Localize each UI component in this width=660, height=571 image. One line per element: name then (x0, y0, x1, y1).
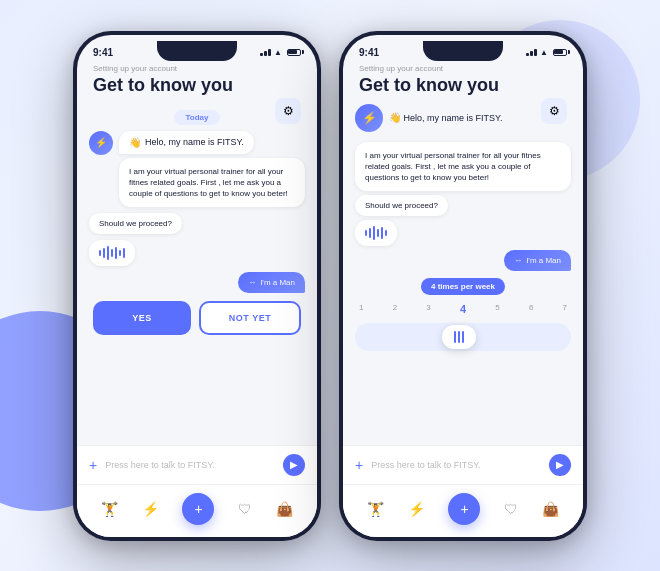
status-icons-1: ▲ (260, 48, 301, 57)
nav-arrows-2[interactable]: ⚡ (408, 501, 425, 517)
wifi-icon-1: ▲ (274, 48, 282, 57)
signal-2 (264, 51, 267, 56)
wave-bar-1 (99, 250, 101, 256)
frequency-section: 4 times per week 1 2 3 4 5 6 7 (355, 275, 571, 355)
chat-area-2: I am your virtual personal trainer for a… (343, 136, 583, 445)
send-button-2[interactable]: ▶ (549, 454, 571, 476)
nav-shield-2[interactable]: 🛡 (504, 501, 518, 517)
frequency-pill: 4 times per week (421, 278, 505, 295)
wave-emoji-1: 👋 (129, 137, 141, 148)
slider-num-3: 3 (426, 303, 430, 315)
bot-avatar-1: ⚡ (89, 131, 113, 155)
no-button-1[interactable]: NOT YET (199, 301, 301, 335)
battery-icon-1 (287, 49, 301, 56)
send-icon-1: ▶ (290, 459, 298, 470)
user-text-2: I'm a Man (526, 256, 561, 265)
user-text-1: I'm a Man (260, 278, 295, 287)
yes-no-row-1: YES NOT YET (89, 301, 305, 335)
greeting-bubble-1: 👋 Helo, my name is FITSY. (119, 131, 254, 154)
audio-waves-2 (365, 226, 387, 240)
thumb-line-3 (462, 331, 464, 343)
header-2: Setting up your account Get to know you … (343, 62, 583, 104)
question-bubble-1: Should we proceed? (89, 213, 182, 234)
wave-bar-3 (107, 246, 109, 260)
user-icon-2: ↔ (514, 256, 522, 265)
wave-bar-8 (365, 230, 367, 236)
audio-bubble-2 (355, 220, 397, 246)
slider-track[interactable] (355, 323, 571, 351)
plus-icon-2[interactable]: + (355, 457, 363, 473)
wave-bar-13 (385, 230, 387, 236)
user-bubble-row-1: ↔ I'm a Man (89, 272, 305, 293)
frequency-pill-container: 4 times per week (355, 275, 571, 295)
phone-1: 9:41 ▲ Setting up your account Get to (73, 31, 321, 541)
phone-2: 9:41 ▲ Setting up your account Get to (339, 31, 587, 541)
battery-fill-2 (554, 50, 563, 54)
slider-num-4: 4 (460, 303, 466, 315)
phone-notch-2 (423, 41, 503, 61)
audio-bubble-1 (89, 240, 135, 266)
nav-dumbbell-1[interactable]: 🏋 (101, 501, 118, 517)
nav-plus-1[interactable]: + (182, 493, 214, 525)
status-time-2: 9:41 (359, 47, 379, 58)
battery-fill-1 (288, 50, 297, 54)
greeting-text-2: Helo, my name is FITSY. (404, 113, 503, 123)
wave-bar-11 (377, 229, 379, 237)
header-title-1: Get to know you (93, 75, 301, 96)
send-button-1[interactable]: ▶ (283, 454, 305, 476)
phones-container: 9:41 ▲ Setting up your account Get to (73, 31, 587, 541)
plus-icon-1[interactable]: + (89, 457, 97, 473)
greeting-text-1: Helo, my name is FITSY. (145, 137, 244, 147)
slider-num-6: 6 (529, 303, 533, 315)
input-bar-2: + Press here to talk to FITSY. ▶ (343, 445, 583, 484)
settings-icon-2[interactable]: ⚙ (541, 98, 567, 124)
nav-bag-2[interactable]: 👜 (542, 501, 559, 517)
signal-4 (526, 53, 529, 56)
bot-icon-1: ⚡ (95, 137, 107, 148)
slider-numbers: 1 2 3 4 5 6 7 (355, 299, 571, 315)
wave-emoji-2: 👋 (389, 112, 401, 123)
user-bubble-2: ↔ I'm a Man (504, 250, 571, 271)
user-icon-1: ↔ (248, 278, 256, 287)
wave-bar-4 (111, 249, 113, 257)
wave-bar-9 (369, 228, 371, 238)
bot-header-greeting-2: 👋 Helo, my name is FITSY. (389, 112, 502, 123)
slider-num-7: 7 (563, 303, 567, 315)
slider-thumb[interactable] (442, 325, 476, 349)
signal-6 (534, 49, 537, 56)
thumb-line-2 (458, 331, 460, 343)
status-time-1: 9:41 (93, 47, 113, 58)
question-bubble-2: Should we proceed? (355, 195, 448, 216)
battery-icon-2 (553, 49, 567, 56)
audio-waves-1 (99, 246, 125, 260)
wave-bar-6 (119, 250, 121, 256)
message-bubble-2: I am your virtual personal trainer for a… (355, 142, 571, 192)
slider-num-5: 5 (495, 303, 499, 315)
slider-num-2: 2 (393, 303, 397, 315)
nav-plus-2[interactable]: + (448, 493, 480, 525)
nav-arrows-1[interactable]: ⚡ (142, 501, 159, 517)
user-bubble-row-2: ↔ I'm a Man (355, 250, 571, 271)
bottom-nav-1: 🏋 ⚡ + 🛡 👜 (77, 484, 317, 537)
settings-icon-1[interactable]: ⚙ (275, 98, 301, 124)
wave-bar-2 (103, 248, 105, 258)
header-title-2: Get to know you (359, 75, 567, 96)
wifi-icon-2: ▲ (540, 48, 548, 57)
input-placeholder-1[interactable]: Press here to talk to FITSY. (105, 460, 275, 470)
nav-dumbbell-2[interactable]: 🏋 (367, 501, 384, 517)
signal-1 (260, 53, 263, 56)
yes-button-1[interactable]: YES (93, 301, 191, 335)
wave-bar-7 (123, 248, 125, 258)
thumb-line-1 (454, 331, 456, 343)
nav-shield-1[interactable]: 🛡 (238, 501, 252, 517)
phone-screen-1: 9:41 ▲ Setting up your account Get to (77, 35, 317, 537)
phone-screen-2: 9:41 ▲ Setting up your account Get to (343, 35, 583, 537)
bottom-nav-2: 🏋 ⚡ + 🛡 👜 (343, 484, 583, 537)
header-subtitle-1: Setting up your account (93, 64, 301, 73)
wave-bar-10 (373, 226, 375, 240)
input-placeholder-2[interactable]: Press here to talk to FITSY. (371, 460, 541, 470)
date-pill-1: Today (174, 110, 221, 125)
nav-bag-1[interactable]: 👜 (276, 501, 293, 517)
header-subtitle-2: Setting up your account (359, 64, 567, 73)
chat-area-1: Today ⚡ 👋 Helo, my name is FITSY. I am y… (77, 104, 317, 445)
